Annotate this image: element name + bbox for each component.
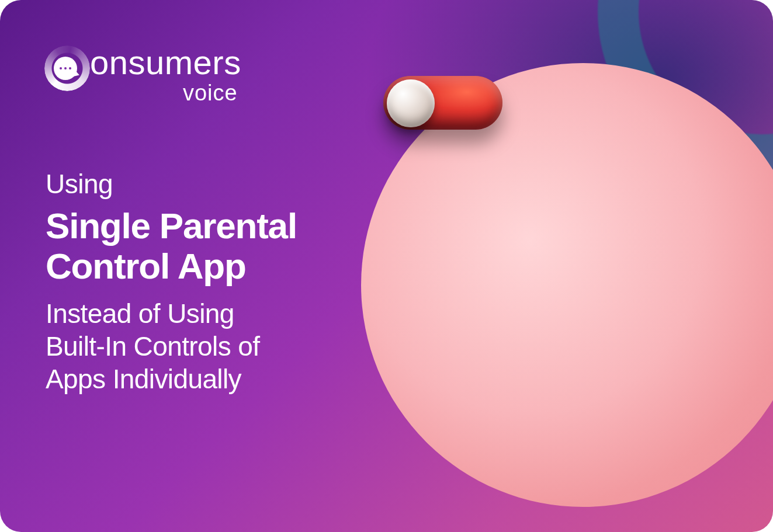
- headline-strong-line2: Control App: [46, 246, 246, 286]
- headline-copy: Using Single Parental Control App Instea…: [46, 168, 297, 395]
- headline-tail: Instead of Using Built-In Controls of Ap…: [46, 297, 297, 395]
- brand-mark: [44, 46, 90, 91]
- headline-tail-line1: Instead of Using: [46, 298, 234, 329]
- brand-word: onsumers: [90, 46, 241, 79]
- hero-photo: [361, 63, 773, 507]
- headline-tail-line3: Apps Individually: [46, 364, 241, 394]
- toggle-switch-graphic: [383, 76, 502, 130]
- toggle-knob: [387, 79, 435, 127]
- promo-banner: onsumers voice Using Single Parental Con…: [0, 0, 773, 532]
- headline-lead: Using: [46, 168, 297, 200]
- brand-subword: voice: [183, 82, 238, 104]
- headline-tail-line2: Built-In Controls of: [46, 331, 259, 361]
- headline-strong-line1: Single Parental: [46, 206, 297, 246]
- headline-strong: Single Parental Control App: [46, 206, 297, 287]
- brand-logo: onsumers voice: [44, 46, 241, 104]
- speech-bubble-icon: [54, 57, 77, 80]
